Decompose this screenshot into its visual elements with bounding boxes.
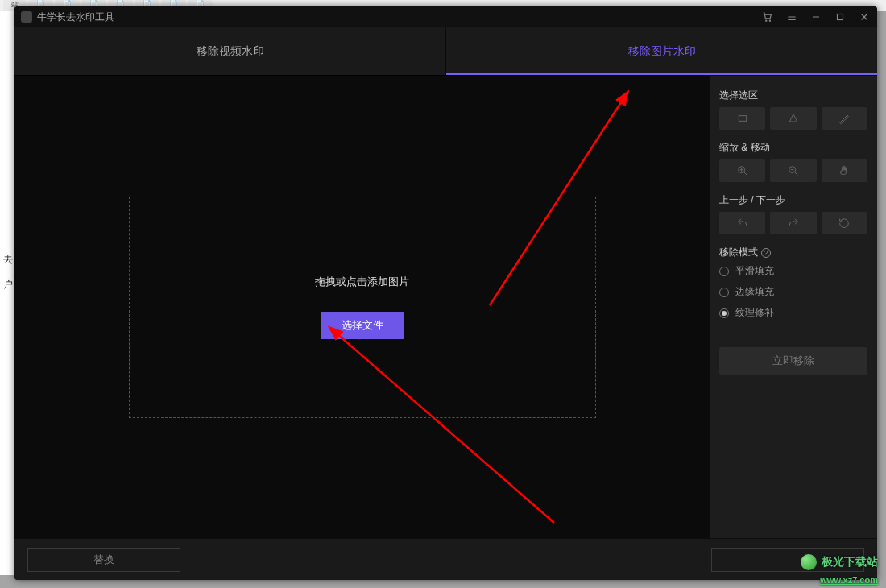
help-icon[interactable]: ? <box>761 248 771 258</box>
watermark-url: www.xz7.com <box>820 575 878 585</box>
svg-line-17 <box>795 172 797 175</box>
site-watermark: 极光下载站 www.xz7.com <box>801 554 878 585</box>
tool-zoom-out[interactable] <box>770 159 816 182</box>
dropzone[interactable]: 拖拽或点击添加图片 选择文件 <box>129 197 596 418</box>
body-area: 拖拽或点击添加图片 选择文件 选择选区 <box>14 76 877 538</box>
mode-texture-repair[interactable]: 纹理修补 <box>719 306 867 320</box>
mode-edge-fill[interactable]: 边缘填充 <box>719 285 867 299</box>
svg-point-1 <box>769 20 770 21</box>
menu-icon[interactable] <box>785 10 798 23</box>
selection-section: 选择选区 <box>719 89 867 130</box>
cart-icon[interactable] <box>761 10 774 23</box>
history-section: 上一步 / 下一步 <box>719 193 867 234</box>
footer: 替换 <box>14 538 877 580</box>
reset-button[interactable] <box>822 212 867 234</box>
watermark-icon <box>801 554 817 570</box>
radio-label: 平滑填充 <box>735 264 774 278</box>
select-file-button[interactable]: 选择文件 <box>321 312 404 339</box>
remove-now-button[interactable]: 立即移除 <box>719 347 867 375</box>
tool-rectangle-select[interactable] <box>719 107 765 130</box>
app-icon <box>21 11 32 23</box>
side-panel: 选择选区 缩放 & 移动 <box>710 76 877 538</box>
tab-label: 移除视频水印 <box>197 44 264 59</box>
main-tabs: 移除视频水印 移除图片水印 <box>14 27 877 76</box>
dropzone-hint: 拖拽或点击添加图片 <box>315 275 409 289</box>
tab-remove-image-watermark[interactable]: 移除图片水印 <box>446 27 877 75</box>
radio-icon <box>719 308 729 318</box>
tab-label: 移除图片水印 <box>628 44 696 59</box>
replace-button[interactable]: 替换 <box>27 548 180 572</box>
history-label: 上一步 / 下一步 <box>719 193 867 207</box>
zoom-section: 缩放 & 移动 <box>719 141 867 182</box>
svg-rect-11 <box>739 116 746 122</box>
watermark-name: 极光下载站 <box>822 555 878 569</box>
background-page-fragment: 去户 <box>0 11 16 575</box>
zoom-label: 缩放 & 移动 <box>719 141 867 155</box>
mode-smooth-fill[interactable]: 平滑填充 <box>719 264 867 278</box>
svg-rect-6 <box>838 14 843 20</box>
svg-point-0 <box>766 20 767 21</box>
radio-label: 边缘填充 <box>735 285 774 299</box>
radio-icon <box>719 288 729 297</box>
radio-icon <box>719 267 729 276</box>
redo-button[interactable] <box>770 212 816 234</box>
titlebar: 牛学长去水印工具 <box>14 6 877 27</box>
canvas-area: 拖拽或点击添加图片 选择文件 <box>14 76 710 538</box>
selection-label: 选择选区 <box>719 89 867 102</box>
tool-lasso-select[interactable] <box>770 107 816 130</box>
tool-zoom-in[interactable] <box>719 159 765 182</box>
window-title: 牛学长去水印工具 <box>37 10 114 24</box>
tool-brush-select[interactable] <box>822 107 867 130</box>
minimize-button[interactable] <box>809 10 822 23</box>
radio-label: 纹理修补 <box>735 306 774 320</box>
app-window: 牛学长去水印工具 移除视频水印 移除图片水印 <box>14 6 877 580</box>
mode-section: 移除模式 ? 平滑填充 边缘填充 纹理修补 <box>719 246 867 320</box>
svg-line-13 <box>744 172 747 175</box>
tab-remove-video-watermark[interactable]: 移除视频水印 <box>14 27 446 75</box>
maximize-button[interactable] <box>834 10 847 23</box>
close-button[interactable] <box>858 10 871 23</box>
mode-label: 移除模式 ? <box>719 246 867 259</box>
tool-pan[interactable] <box>822 159 867 182</box>
undo-button[interactable] <box>719 212 765 234</box>
